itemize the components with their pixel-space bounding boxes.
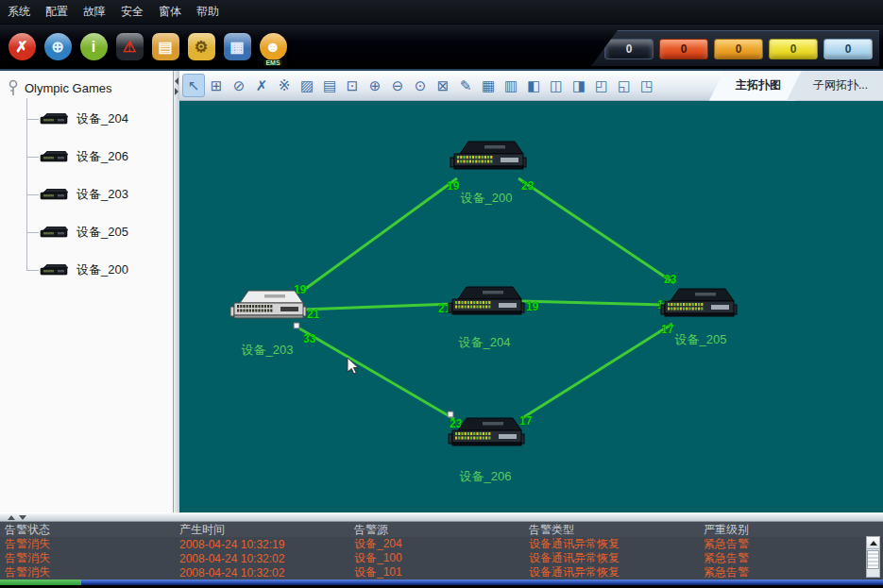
alarm-counter[interactable]: 0: [714, 39, 763, 59]
topology-link-dev-205-dev-206[interactable]: [522, 324, 672, 418]
port-label: 17: [661, 323, 674, 336]
menu-item[interactable]: 系统: [0, 4, 38, 20]
align-left-tool[interactable]: ◧: [522, 74, 545, 97]
device-label: 设备_205: [76, 224, 128, 241]
topology-map-button[interactable]: ⊕: [40, 27, 76, 67]
marquee-select-tool[interactable]: ⊞: [205, 74, 228, 97]
tree-item-device[interactable]: 设备_206: [0, 138, 173, 176]
panel-tool[interactable]: ▤: [318, 74, 341, 97]
window-manager-button[interactable]: ▦: [219, 27, 255, 67]
distribute-vertical-tool[interactable]: ◱: [613, 74, 636, 97]
topology-link-dev-200-dev-203[interactable]: [304, 178, 457, 290]
zoom-area-tool[interactable]: ⊡: [341, 74, 364, 97]
node-label: 设备_200: [461, 191, 513, 205]
window-border-line: [81, 580, 883, 585]
tree-item-device[interactable]: 设备_200: [0, 251, 173, 289]
splitter-collapse-left-icon[interactable]: [175, 77, 178, 85]
topology-node-dev-205[interactable]: [661, 289, 737, 316]
menu-item[interactable]: 配置: [38, 4, 76, 20]
alarm-counter[interactable]: 0: [824, 39, 873, 59]
security-tools-button[interactable]: ⚙: [183, 27, 219, 67]
tree-root-olympic-games[interactable]: Olympic Games: [0, 71, 173, 96]
toolbar-button-icon: ⊕: [44, 33, 72, 60]
info-button[interactable]: i: [76, 27, 111, 67]
topology-link-dev-203-dev-204[interactable]: [302, 304, 452, 310]
tree-item-device[interactable]: 设备_204: [0, 100, 173, 138]
alarm-source-cell: 设备_101: [349, 564, 524, 580]
toolbar-button-icon: ⚠: [116, 33, 144, 60]
menu-bar: 系统配置故障安全窗体帮助: [0, 0, 883, 25]
port-label: 17: [519, 414, 533, 428]
fit-view-tool[interactable]: ⊠: [432, 74, 454, 97]
alarm-row[interactable]: 告警消失 2008-04-24 10:32:02 设备_100 设备通讯异常恢复…: [0, 551, 883, 565]
menu-item[interactable]: 窗体: [151, 4, 189, 20]
fault-panel-button[interactable]: ⚠: [111, 27, 147, 67]
alarm-table-body: 告警消失 2008-04-24 10:32:19 设备_204 设备通讯异常恢复…: [0, 537, 883, 580]
topology-tools: ↖⊞⊘✗※▨▤⊡⊕⊖⊙⊠✎▦▥◧◫◨◰◱◳: [179, 74, 658, 97]
tab-subnet-topology[interactable]: 子网拓扑...: [787, 71, 883, 101]
alarm-counter[interactable]: 0: [659, 39, 708, 59]
zoom-in-tool[interactable]: ⊕: [364, 74, 386, 97]
zoom-out-tool[interactable]: ⊖: [386, 74, 409, 97]
topology-node-dev-204[interactable]: [449, 287, 524, 314]
topology-link-dev-200-dev-205[interactable]: [518, 178, 674, 283]
tree-item-device[interactable]: 设备_205: [0, 213, 173, 251]
device-icon: [40, 151, 68, 163]
topology-content: ↖⊞⊘✗※▨▤⊡⊕⊖⊙⊠✎▦▥◧◫◨◰◱◳ 主拓扑图子网拓扑... 191923…: [179, 71, 883, 512]
align-center-tool[interactable]: ◫: [545, 74, 568, 97]
same-size-tool[interactable]: ◳: [636, 74, 658, 97]
distribute-horizontal-tool[interactable]: ◰: [590, 74, 613, 97]
tree-root-label: Olympic Games: [25, 81, 111, 95]
align-right-tool[interactable]: ◨: [568, 74, 590, 97]
link-edit-tool[interactable]: ✎: [454, 74, 477, 97]
alarm-time-cell: 2008-04-24 10:32:02: [175, 552, 349, 565]
topology-tabs: 主拓扑图子网拓扑...: [719, 71, 883, 101]
node-label: 设备_204: [459, 335, 511, 349]
menu-item[interactable]: 帮助: [189, 4, 227, 20]
splitter-expand-up-icon[interactable]: [8, 515, 15, 520]
topology-svg: 191923232121191933231717设备_200设备_203设备_2…: [179, 101, 883, 512]
tree-item-device[interactable]: 设备_203: [0, 176, 173, 213]
alarm-scrollbar[interactable]: [866, 536, 880, 578]
zoom-actual-tool[interactable]: ⊙: [409, 74, 432, 97]
splitter-collapse-right-icon[interactable]: [175, 88, 178, 95]
exit-button[interactable]: ✗: [4, 27, 40, 67]
table-splitter[interactable]: [0, 512, 883, 522]
ems-user-button[interactable]: ☻ EMS: [255, 27, 291, 67]
topology-toolbar: ↖⊞⊘✗※▨▤⊡⊕⊖⊙⊠✎▦▥◧◫◨◰◱◳ 主拓扑图子网拓扑...: [179, 71, 883, 101]
alarm-counter[interactable]: 0: [769, 39, 818, 59]
sidebar-splitter[interactable]: [173, 71, 179, 512]
alarm-counter[interactable]: 0: [604, 39, 654, 59]
alarm-row[interactable]: 告警消失 2008-04-24 10:32:19 设备_204 设备通讯异常恢复…: [0, 537, 883, 551]
menu-item[interactable]: 故障: [76, 4, 113, 20]
alarm-row[interactable]: 告警消失 2008-04-24 10:32:02 设备_101 设备通讯异常恢复…: [0, 565, 883, 580]
node-label: 设备_203: [242, 343, 294, 357]
device-icon: [40, 189, 68, 201]
alarm-table-header: 告警状态产生时间告警源告警类型严重级别: [0, 522, 883, 537]
topology-link-dev-204-dev-205[interactable]: [520, 301, 665, 305]
cancel-select-tool[interactable]: ⊘: [228, 74, 250, 97]
layout-tool[interactable]: ※: [273, 74, 296, 97]
node-label: 设备_206: [460, 469, 512, 483]
menu-item[interactable]: 安全: [113, 4, 151, 20]
image-tool[interactable]: ▨: [296, 74, 318, 97]
scrollbar-thumb[interactable]: [867, 550, 879, 569]
tab-main-topology[interactable]: 主拓扑图: [709, 71, 796, 101]
topology-link-dev-203-dev-206[interactable]: [299, 328, 454, 419]
alarm-log-button[interactable]: ▤: [147, 27, 183, 67]
topology-node-dev-203[interactable]: [230, 291, 306, 318]
device-label: 设备_204: [76, 110, 128, 127]
tree-root-icon: [8, 79, 19, 96]
splitter-collapse-down-icon[interactable]: [19, 515, 26, 520]
topology-node-dev-200[interactable]: [450, 142, 526, 169]
select-tool[interactable]: ↖: [182, 74, 205, 97]
delete-tool[interactable]: ✗: [250, 74, 273, 97]
alarm-column-header[interactable]: 产生时间: [175, 522, 349, 538]
save-table-tool[interactable]: ▥: [500, 74, 522, 97]
device-label: 设备_200: [76, 261, 128, 278]
toolbar-button-icon: ▤: [152, 33, 179, 60]
link-handle[interactable]: [294, 323, 299, 328]
scrollbar-up-button[interactable]: [867, 537, 879, 549]
save-tool[interactable]: ▦: [477, 74, 500, 97]
topology-canvas[interactable]: 191923232121191933231717设备_200设备_203设备_2…: [179, 101, 883, 512]
